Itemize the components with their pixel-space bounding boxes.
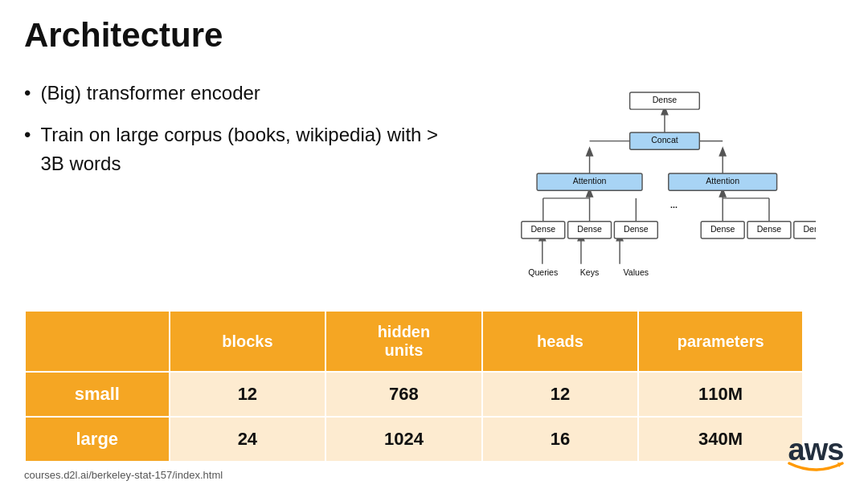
table-section: blocks hiddenunits heads parameters smal… [24,310,844,463]
right-content: Dense Dense Dense Queries Keys Values [442,71,844,302]
footer-url: courses.d2l.ai/berkeley-stat-157/index.h… [24,469,844,481]
col-header-heads: heads [482,311,639,372]
svg-text:Dense: Dense [577,224,602,234]
col-header-hidden: hiddenunits [326,311,482,372]
svg-text:Keys: Keys [580,267,600,277]
svg-text:Dense: Dense [653,95,678,104]
col-header-empty [25,311,170,372]
row-large-hidden: 1024 [326,417,482,462]
architecture-diagram: Dense Dense Dense Queries Keys Values [470,71,816,279]
svg-text:Values: Values [624,267,649,277]
col-header-blocks: blocks [170,311,326,372]
col-header-parameters: parameters [638,311,803,372]
bullet-item-1: (Big) transformer encoder [24,79,442,108]
page-title: Architecture [24,16,844,55]
content-area: (Big) transformer encoder Train on large… [24,71,844,302]
row-large-blocks: 24 [170,417,326,462]
bullet-text-1: (Big) transformer encoder [40,79,260,108]
svg-marker-24 [587,148,593,156]
svg-text:Dense: Dense [803,224,816,234]
table-row-small: small 12 768 12 110M [25,372,803,417]
bullet-list: (Big) transformer encoder Train on large… [24,79,442,191]
row-small-heads: 12 [482,372,639,417]
svg-text:Queries: Queries [528,267,558,277]
table-row-large: large 24 1024 16 340M [25,417,803,462]
row-label-small: small [25,372,170,417]
row-label-large: large [25,417,170,462]
bullet-text-2: Train on large corpus (books, wikipedia)… [40,120,442,178]
architecture-table: blocks hiddenunits heads parameters smal… [24,310,804,463]
svg-text:Attention: Attention [573,176,607,185]
row-small-hidden: 768 [326,372,482,417]
bullet-item-2: Train on large corpus (books, wikipedia)… [24,120,442,178]
row-large-params: 340M [638,417,803,462]
svg-text:Dense: Dense [624,224,649,234]
svg-text:...: ... [670,200,678,210]
aws-smile-icon [788,462,844,475]
slide: Architecture (Big) transformer encoder T… [0,0,868,489]
svg-text:Concat: Concat [651,135,678,145]
svg-text:Attention: Attention [706,176,739,185]
row-small-params: 110M [638,372,803,417]
left-content: (Big) transformer encoder Train on large… [24,71,442,302]
svg-text:Dense: Dense [710,224,735,234]
svg-text:Dense: Dense [530,224,555,234]
row-small-blocks: 12 [170,372,326,417]
aws-logo: aws [788,434,844,475]
table-header-row: blocks hiddenunits heads parameters [25,311,803,372]
row-large-heads: 16 [482,417,639,462]
svg-marker-40 [719,148,726,156]
aws-text: aws [788,434,844,465]
svg-text:Dense: Dense [757,224,782,234]
